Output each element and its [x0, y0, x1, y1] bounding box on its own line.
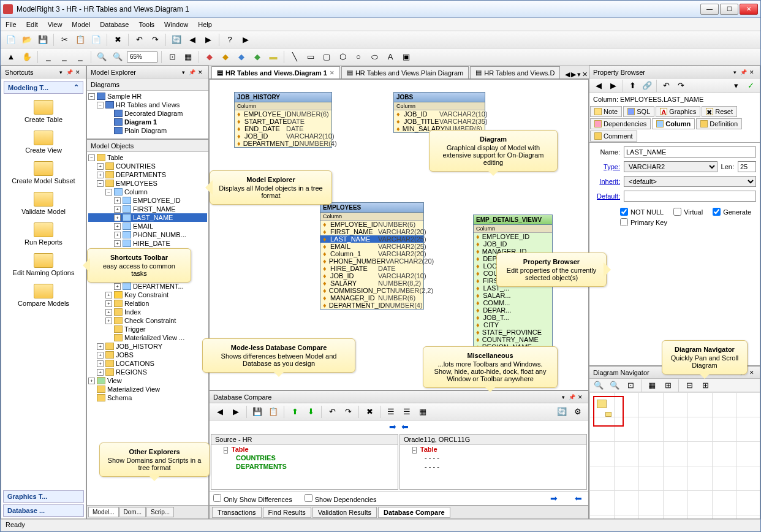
redo-icon[interactable]: ↷: [674, 79, 687, 93]
shortcut-compare[interactable]: Compare Models: [1, 280, 86, 311]
connector-icon[interactable]: ⎯: [42, 50, 55, 64]
nav-back-icon[interactable]: ◀: [186, 33, 199, 47]
copy-icon[interactable]: 📋: [74, 33, 87, 47]
show-deps-checkbox[interactable]: Show Dependencies: [305, 494, 377, 503]
ellipse-icon[interactable]: ○: [352, 50, 365, 64]
sync-left-icon[interactable]: ⬅: [572, 493, 585, 503]
minimize-button[interactable]: —: [700, 4, 719, 15]
delete-icon[interactable]: ✖: [111, 33, 124, 47]
collapse-icon[interactable]: ⊟: [683, 379, 696, 392]
tab-nav-left-icon[interactable]: ◀: [565, 70, 570, 78]
menu-model[interactable]: Model: [72, 21, 90, 28]
zoom-in-icon[interactable]: 🔍: [95, 50, 108, 64]
undo-icon[interactable]: ↶: [132, 33, 146, 47]
save-icon[interactable]: 💾: [36, 33, 50, 47]
diagrams-tree[interactable]: −Sample HR −HR Tables and Views Decorate…: [87, 91, 208, 139]
check-notnull[interactable]: NOT NULL: [620, 208, 664, 216]
zoom-level[interactable]: 65%: [127, 51, 157, 63]
entity-jobs[interactable]: JOBS Column ♦JOB_IDVARCHAR2(10)♦JOB_TITL…: [393, 92, 485, 133]
help-icon[interactable]: ?: [223, 33, 237, 47]
grid-icon[interactable]: ▦: [645, 379, 659, 392]
shortcut-reports[interactable]: Run Reports: [1, 219, 86, 249]
connector2-icon[interactable]: ⎯: [58, 50, 71, 64]
menu-database[interactable]: Database: [100, 21, 129, 28]
nav-back-icon[interactable]: ◀: [213, 405, 227, 419]
menu-tools[interactable]: Tools: [138, 21, 154, 28]
tab-nav-right-icon[interactable]: ▶: [571, 70, 576, 78]
close-button[interactable]: ✕: [740, 4, 758, 15]
nav-fwd-icon[interactable]: ▶: [229, 405, 243, 419]
check-generate[interactable]: Generate: [713, 208, 751, 216]
dropdown-icon[interactable]: ▾: [559, 393, 567, 401]
tab-find-results[interactable]: Find Results: [263, 507, 311, 518]
down-arrow-icon[interactable]: ⬇: [304, 405, 317, 419]
menu-file[interactable]: File: [6, 21, 17, 28]
up-icon[interactable]: ⬆: [626, 79, 639, 93]
cut-icon[interactable]: ✂: [58, 33, 71, 47]
doc-tab-3[interactable]: ▤HR Tables and Views.D: [470, 66, 560, 78]
gear-icon[interactable]: ⚙: [571, 405, 585, 419]
close-icon[interactable]: ✕: [196, 68, 205, 77]
play-icon[interactable]: ▶: [239, 33, 252, 47]
entity-job-history[interactable]: JOB_HISTORY Column ♦EMPLOYEE_IDNUMBER(6)…: [234, 92, 332, 148]
undo-icon[interactable]: ↶: [659, 79, 673, 93]
close-icon[interactable]: ✕: [748, 368, 756, 377]
shortcuts-tab-modeling[interactable]: Modeling T...⌃: [4, 81, 83, 94]
prop-tab-note[interactable]: Note: [590, 106, 622, 117]
prop-tab-reset[interactable]: ✖Reset: [702, 106, 737, 117]
redo-icon[interactable]: ↷: [148, 33, 162, 47]
navigator-canvas[interactable]: [589, 392, 760, 519]
prop-tab-graphics[interactable]: AGraphics: [656, 106, 700, 117]
shape4-icon[interactable]: ◆: [251, 50, 264, 64]
tab-menu-icon[interactable]: ▾: [577, 70, 581, 78]
entity-employees[interactable]: EMPLOYEES Column ♦EMPLOYEE_IDNUMBER(6)♦F…: [320, 202, 424, 310]
open-icon[interactable]: 📂: [20, 33, 34, 47]
new-icon[interactable]: 📄: [4, 33, 18, 47]
mini-tab-scripts[interactable]: Scrip...: [146, 507, 174, 517]
grid-icon[interactable]: ▦: [416, 405, 430, 419]
refresh-icon[interactable]: 🔄: [555, 405, 569, 419]
copy-icon[interactable]: 📋: [267, 405, 280, 419]
fit-icon[interactable]: ⊡: [624, 379, 637, 392]
shape1-icon[interactable]: ◆: [203, 50, 216, 64]
undo-icon[interactable]: ↶: [325, 405, 339, 419]
close-icon[interactable]: ✕: [74, 68, 82, 77]
shortcuts-tab-graphics[interactable]: Graphics T...: [3, 490, 84, 503]
pointer-icon[interactable]: ▲: [4, 50, 18, 64]
sync-right-icon[interactable]: ➡: [548, 493, 560, 503]
connector3-icon[interactable]: ⎯: [74, 50, 87, 64]
zoom-in-icon[interactable]: 🔍: [592, 379, 605, 392]
prop-name-input[interactable]: [624, 146, 756, 158]
dbc-target-pane[interactable]: Oracle11g, ORCL11G − Table - - - - - - -…: [399, 434, 587, 490]
maximize-button[interactable]: ☐: [720, 4, 738, 15]
check-virtual[interactable]: Virtual: [673, 208, 703, 216]
shape5-icon[interactable]: ▬: [267, 50, 280, 64]
sync-left-icon[interactable]: ⬅: [399, 422, 411, 431]
check-icon[interactable]: ✓: [744, 79, 757, 93]
list-icon[interactable]: ☰: [384, 405, 398, 419]
close-icon[interactable]: ✕: [582, 70, 588, 78]
close-icon[interactable]: ✕: [576, 393, 585, 401]
menu-edit[interactable]: Edit: [26, 21, 38, 28]
tab-transactions[interactable]: Transactions: [212, 507, 262, 518]
shape3-icon[interactable]: ◆: [235, 50, 248, 64]
hex-icon[interactable]: ⬡: [336, 50, 349, 64]
zoom-out-icon[interactable]: 🔍: [111, 50, 124, 64]
delete-icon[interactable]: ✖: [363, 405, 376, 419]
doc-tab-2[interactable]: ▤HR Tables and Views.Plain Diagram: [341, 66, 469, 78]
nav-fwd-icon[interactable]: ▶: [607, 79, 620, 93]
prop-len-input[interactable]: [738, 161, 756, 172]
shortcut-create-view[interactable]: Create View: [1, 127, 86, 158]
save-icon[interactable]: 💾: [251, 405, 264, 419]
prop-tab-column[interactable]: Column: [652, 118, 695, 129]
pin-icon[interactable]: 📌: [65, 68, 74, 77]
hand-icon[interactable]: ✋: [20, 50, 34, 64]
shortcut-create-table[interactable]: Create Table: [1, 96, 86, 127]
up-arrow-icon[interactable]: ⬆: [288, 405, 301, 419]
refresh-icon[interactable]: 🔄: [170, 33, 183, 47]
shortcut-create-subset[interactable]: Create Model Subset: [1, 158, 86, 188]
image-icon[interactable]: ▣: [399, 50, 413, 64]
prop-type-select[interactable]: VARCHAR2: [624, 161, 717, 172]
line-icon[interactable]: ╲: [288, 50, 301, 64]
mini-tab-model[interactable]: Model...: [88, 507, 119, 517]
